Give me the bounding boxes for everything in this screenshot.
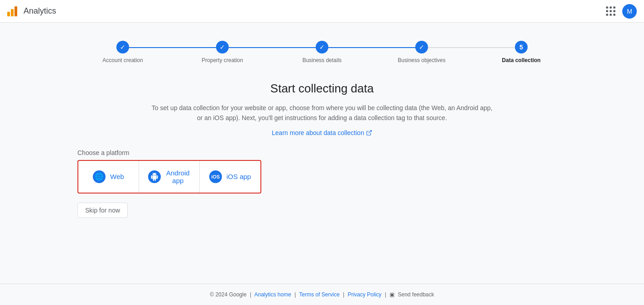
step-business-details-label: Business details: [303, 57, 342, 63]
platform-ios-label: iOS app: [226, 173, 251, 180]
header: Analytics M: [0, 0, 644, 23]
step-property-creation-label: Property creation: [202, 57, 243, 63]
android-icon: [148, 170, 161, 183]
step-business-objectives-circle: [415, 41, 428, 53]
step-business-details-circle: [316, 41, 328, 53]
terms-of-service-link[interactable]: Terms of Service: [299, 291, 339, 298]
step-business-objectives-label: Business objectives: [398, 57, 445, 63]
skip-for-now-button[interactable]: Skip for now: [77, 203, 128, 218]
platform-android-button[interactable]: Android app: [139, 161, 200, 193]
copyright-text: © 2024 Google: [210, 291, 246, 298]
svg-line-0: [369, 131, 371, 133]
apps-button[interactable]: [602, 3, 619, 19]
page-title: Start collecting data: [150, 82, 494, 96]
send-feedback-link[interactable]: ▣ Send feedback: [389, 291, 434, 298]
step-data-collection-circle: 5: [515, 41, 528, 53]
analytics-home-link[interactable]: Analytics home: [255, 291, 291, 298]
platform-web-label: Web: [110, 173, 124, 180]
step-business-objectives: Business objectives: [372, 41, 471, 63]
step-account-creation-circle: [116, 41, 129, 53]
platform-web-button[interactable]: 🌐 Web: [78, 161, 139, 193]
feedback-icon: ▣: [389, 291, 394, 298]
analytics-logo-icon: [7, 6, 20, 16]
step-data-collection: 5 Data collection: [471, 41, 571, 63]
step-account-creation-label: Account creation: [102, 57, 143, 63]
main-content: Account creation Property creation Busin…: [0, 23, 644, 284]
privacy-policy-link[interactable]: Privacy Policy: [348, 291, 382, 298]
step-connector-2: [222, 47, 322, 48]
step-property-creation: Property creation: [173, 41, 272, 63]
app-title: Analytics: [24, 6, 56, 16]
step-property-creation-circle: [216, 41, 229, 53]
platform-cards-container: 🌐 Web Android app iOS iOS app: [77, 160, 261, 194]
learn-more-link[interactable]: Learn more about data collection: [272, 129, 372, 136]
platform-ios-button[interactable]: iOS iOS app: [200, 161, 260, 193]
apps-grid-icon: [606, 6, 615, 16]
user-avatar[interactable]: M: [622, 4, 637, 19]
external-link-icon: [366, 130, 372, 136]
header-right: M: [602, 3, 637, 19]
step-data-collection-label: Data collection: [502, 57, 540, 63]
setup-stepper: Account creation Property creation Busin…: [73, 41, 571, 63]
platform-section: Choose a platform 🌐 Web Android app: [77, 149, 567, 218]
web-icon: 🌐: [93, 170, 106, 183]
platform-android-label: Android app: [165, 169, 190, 184]
ios-icon: iOS: [209, 170, 222, 183]
footer: © 2024 Google | Analytics home | Terms o…: [0, 284, 644, 305]
page-content: Start collecting data To set up data col…: [150, 82, 494, 149]
step-connector-4: [422, 47, 521, 48]
step-connector-3: [322, 47, 422, 48]
step-account-creation: Account creation: [73, 41, 173, 63]
header-left: Analytics: [7, 6, 56, 16]
step-connector-1: [123, 47, 222, 48]
page-description: To set up data collection for your websi…: [150, 103, 494, 123]
step-business-details: Business details: [272, 41, 372, 63]
platform-choose-label: Choose a platform: [77, 149, 129, 156]
